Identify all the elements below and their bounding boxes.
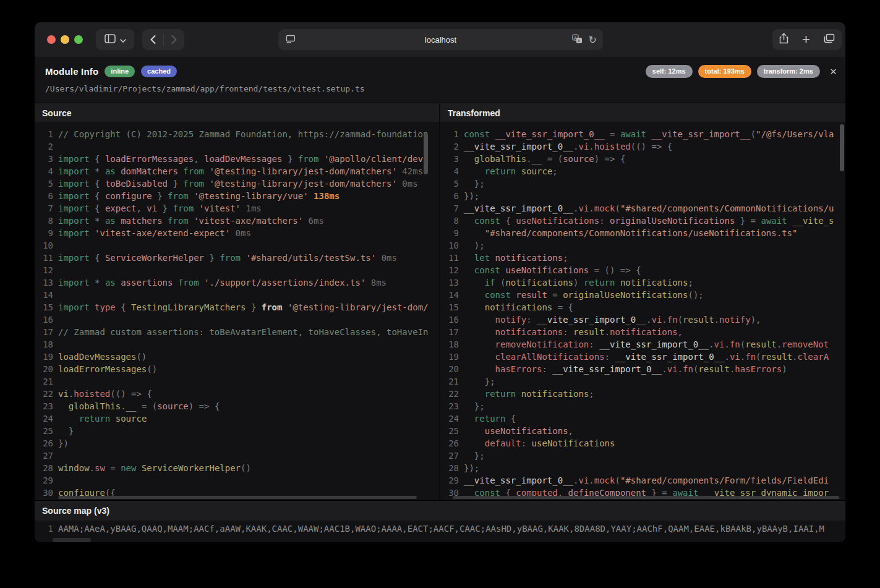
code-line: 22vi.hoisted(() => { <box>35 388 439 400</box>
code-line: 9import 'vitest-axe/extend-expect' 0ms <box>35 227 439 239</box>
code-line: 10 <box>35 239 439 252</box>
code-line: 7import { expect, vi } from 'vitest' 1ms <box>35 202 439 215</box>
source-horizontal-scrollbar[interactable] <box>58 496 417 499</box>
source-vertical-scrollbar[interactable] <box>424 134 428 174</box>
inline-badge: inline <box>105 66 135 77</box>
module-file-path: /Users/vladimir/Projects/zammad/app/fron… <box>45 84 365 93</box>
code-line: 13 if (notifications) return notificatio… <box>440 276 845 289</box>
code-line: 27 <box>35 450 439 462</box>
code-line: 9 "#shared/components/CommonNotification… <box>440 227 845 239</box>
code-line: 6}); <box>440 190 845 202</box>
zoom-window-button[interactable] <box>74 35 83 44</box>
browser-toolbar: localhost Ax ↻ + <box>35 22 845 57</box>
reload-icon[interactable]: ↻ <box>589 35 597 45</box>
forward-button[interactable] <box>164 29 184 50</box>
code-line: 20 hasErrors: __vite_ssr_import_0__.vi.f… <box>440 363 845 375</box>
code-line: 20loadErrorMessages() <box>35 363 439 375</box>
code-line: 14 const result = originalUseNotificatio… <box>440 289 845 301</box>
code-line: 21 <box>35 375 439 388</box>
source-panel: Source 1// Copyright (C) 2012-2025 Zamma… <box>35 103 440 500</box>
code-line: 14 <box>35 289 439 301</box>
sourcemap-section: Source map (v3) 1AAMA;AAeA,yBAAG,QAAQ,MA… <box>35 500 845 542</box>
source-code-view[interactable]: 1// Copyright (C) 2012-2025 Zammad Found… <box>35 123 439 500</box>
code-line: 18 <box>35 338 439 351</box>
sourcemap-mappings: AAMA;AAeA,yBAAG,QAAQ,MAAM;AACf,aAAW,KAAK… <box>58 524 824 534</box>
sidebar-toggle-group[interactable] <box>96 29 134 50</box>
new-tab-icon[interactable]: + <box>802 33 810 46</box>
sourcemap-line-number: 1 <box>35 521 53 537</box>
code-line: 5import { toBeDisabled } from '@testing-… <box>35 177 439 190</box>
code-line: 28}); <box>440 462 845 474</box>
browser-window: localhost Ax ↻ + Module Info inline cach… <box>35 22 845 542</box>
code-line: 16 notify: __vite_ssr_import_0__.vi.fn(r… <box>440 313 845 326</box>
code-line: 12 const useNotifications = () => { <box>440 264 845 276</box>
code-line: 26}) <box>35 437 439 450</box>
code-line: 6import { configure } from '@testing-lib… <box>35 190 439 202</box>
back-button[interactable] <box>143 29 163 50</box>
navigation-group <box>142 29 184 50</box>
code-panels: Source 1// Copyright (C) 2012-2025 Zamma… <box>35 103 845 500</box>
code-line: 21 }; <box>440 375 845 388</box>
code-line: 4 return source; <box>440 165 845 177</box>
code-line: 4import * as domMatchers from '@testing-… <box>35 165 439 177</box>
transformed-panel-title: Transformed <box>440 103 845 123</box>
self-time-badge: self: 12ms <box>646 65 693 78</box>
code-line: 25 } <box>35 425 439 437</box>
code-line: 10 ); <box>440 239 845 252</box>
code-line: 24 return source <box>35 412 439 425</box>
code-line: 24 return { <box>440 412 845 425</box>
transform-time-badge: transform: 2ms <box>757 65 820 78</box>
sourcemap-line: 1AAMA;AAeA,yBAAG,QAAQ,MAAM;AACf,aAAW,KAA… <box>35 521 845 537</box>
code-line: 8import * as matchers from 'vitest-axe/m… <box>35 215 439 227</box>
code-line: 17 notifications: result.notifications, <box>440 326 845 338</box>
code-line: 17// Zammad custom assertions: toBeAvata… <box>35 326 439 338</box>
code-line: 2 <box>35 140 439 153</box>
code-line: 11 let notifications; <box>440 252 845 264</box>
code-line: 15 notifications = { <box>440 301 845 313</box>
code-line: 26 default: useNotifications <box>440 437 845 450</box>
total-time-badge: total: 193ms <box>698 65 751 78</box>
transformed-horizontal-scrollbar[interactable] <box>453 496 839 499</box>
toolbar-actions-group: + <box>772 29 842 50</box>
code-line: 2__vite_ssr_import_0__.vi.hoisted(() => … <box>440 140 845 153</box>
cached-badge: cached <box>141 66 177 77</box>
code-line: 27 }; <box>440 450 845 462</box>
code-line: 19 clearAllNotifications: __vite_ssr_imp… <box>440 351 845 363</box>
sidebar-icon[interactable] <box>105 34 116 46</box>
source-panel-title: Source <box>35 103 439 123</box>
url-text[interactable]: localhost <box>425 35 456 45</box>
address-bar[interactable]: localhost Ax ↻ <box>278 29 603 50</box>
minimize-window-button[interactable] <box>61 35 69 44</box>
code-line: 3import { loadErrorMessages, loadDevMess… <box>35 153 439 165</box>
code-line: 29__vite_ssr_import_0__.vi.mock("#shared… <box>440 474 845 487</box>
sourcemap-horizontal-scrollbar[interactable] <box>53 538 91 542</box>
code-line: 23 globalThis.__ = (source) => { <box>35 400 439 412</box>
code-line: 29 <box>35 474 439 487</box>
sourcemap-scroll-track <box>35 537 845 542</box>
transformed-code-view[interactable]: 1const __vite_ssr_import_0__ = await __v… <box>440 123 845 500</box>
transformed-panel: Transformed 1const __vite_ssr_import_0__… <box>440 103 845 500</box>
close-window-button[interactable] <box>47 35 56 44</box>
code-line: 1const __vite_ssr_import_0__ = await __v… <box>440 128 845 140</box>
module-info-header: Module Info inline cached self: 12ms tot… <box>35 57 845 103</box>
close-icon[interactable]: × <box>830 67 837 76</box>
tab-overview-icon[interactable] <box>824 33 835 46</box>
code-line: 25 useNotifications, <box>440 425 845 437</box>
chevron-down-icon[interactable] <box>120 34 126 45</box>
code-line: 22 return notifications; <box>440 388 845 400</box>
code-line: 12 <box>35 264 439 276</box>
code-line: 23 }; <box>440 400 845 412</box>
page-title: Module Info <box>45 66 98 77</box>
code-line: 1// Copyright (C) 2012-2025 Zammad Found… <box>35 128 439 140</box>
code-line: 7__vite_ssr_import_0__.vi.mock("#shared/… <box>440 202 845 215</box>
transformed-vertical-scrollbar[interactable] <box>840 124 844 171</box>
svg-text:x: x <box>578 38 580 43</box>
code-line: 28window.sw = new ServiceWorkerHelper() <box>35 462 439 474</box>
code-line: 5 }; <box>440 177 845 190</box>
code-line: 16 <box>35 313 439 326</box>
code-line: 18 removeNotification: __vite_ssr_import… <box>440 338 845 351</box>
page-icon[interactable] <box>286 35 296 46</box>
code-line: 13import * as assertions from './support… <box>35 276 439 289</box>
share-icon[interactable] <box>779 33 788 46</box>
translate-icon[interactable]: Ax <box>572 34 583 46</box>
